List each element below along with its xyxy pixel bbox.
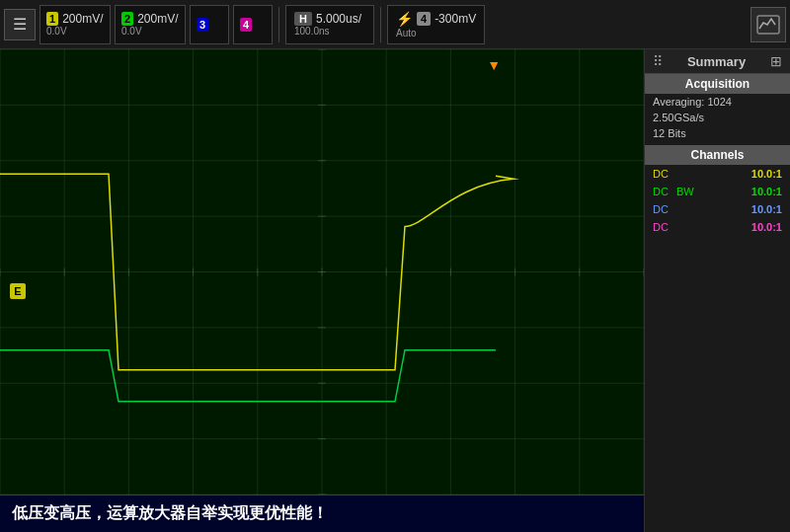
trigger-block[interactable]: ⚡ 4 -300mV Auto [387,5,485,44]
grid-dots-icon: ⠿ [653,53,663,69]
timebase-sub: 100.0ns [294,26,330,37]
caption-bar: 低压变高压，运算放大器自举实现更优性能！ [0,494,644,532]
ch2-number: 2 [121,12,133,26]
ch-row-2-bw: BW [676,186,696,197]
ground-marker: E [10,283,26,299]
ch3-number: 3 [197,18,208,32]
sample-rate-row: 2.50GSa/s [645,110,790,125]
timebase-value: 5.000us/ [316,12,361,26]
ch1-value: 200mV/ [62,12,103,26]
waveform-canvas [0,49,644,532]
channel-4-block[interactable]: 4 [233,5,273,44]
ch-row-3-coupling: DC [653,203,672,215]
trigger-icon: ⚡ [396,11,413,27]
main-area: E ▼ 低压变高压，运算放大器自举实现更优性能！ ⠿ Summary ⊞ Acq… [0,49,790,532]
summary-panel: ⠿ Summary ⊞ Acquisition Averaging: 1024 … [644,49,790,532]
channel-2-block[interactable]: 2 200mV/ 0.0V [115,5,186,44]
ch2-value: 200mV/ [137,12,178,26]
menu-icon[interactable]: ☰ [4,9,36,40]
trigger-position-arrow: ▼ [487,57,501,73]
ch-row-3: DC 10.0:1 [645,200,790,218]
summary-pin-icon[interactable]: ⊞ [770,53,782,69]
trigger-mode: Auto [396,28,417,38]
summary-header: ⠿ Summary ⊞ [645,49,790,74]
ch-row-4-coupling: DC [653,221,672,233]
ch-row-1-value: 10.0:1 [751,168,782,180]
toolbar: ☰ 1 200mV/ 0.0V 2 200mV/ 0.0V 3 4 H 5.00… [0,0,790,49]
timebase-block[interactable]: H 5.000us/ 100.0ns [285,5,374,44]
divider-1 [278,7,279,42]
channels-section-header: Channels [645,145,790,165]
caption-text: 低压变高压，运算放大器自举实现更优性能！ [12,503,328,524]
ch-row-4: DC 10.0:1 [645,218,790,236]
ch-row-2-value: 10.0:1 [751,186,782,197]
divider-2 [380,7,381,42]
acquisition-section-header: Acquisition [645,74,790,94]
svg-rect-0 [757,16,779,34]
ch1-number: 1 [46,12,58,26]
ch-row-2-coupling: DC [653,186,672,197]
channel-1-block[interactable]: 1 200mV/ 0.0V [40,5,111,44]
averaging-row: Averaging: 1024 [645,94,790,110]
channels-section: Channels DC 10.0:1 DC BW 10.0:1 DC 10.0:… [645,145,790,236]
summary-title: Summary [687,54,746,69]
bits-row: 12 Bits [645,125,790,141]
ch-row-3-value: 10.0:1 [751,203,782,215]
scope-display-icon[interactable] [750,7,786,42]
trigger-channel-num: 4 [417,12,431,26]
ch1-offset: 0.0V [46,26,67,37]
ch-row-1-coupling: DC [653,168,672,180]
ch4-number: 4 [240,18,252,32]
channel-3-block[interactable]: 3 [190,5,229,44]
trigger-level: -300mV [434,12,476,26]
ch2-offset: 0.0V [121,26,142,37]
ch-row-1: DC 10.0:1 [645,165,790,183]
timebase-h-label: H [294,12,312,26]
scope-display: E ▼ 低压变高压，运算放大器自举实现更优性能！ [0,49,644,532]
ch-row-2: DC BW 10.0:1 [645,183,790,200]
ch-row-4-value: 10.0:1 [751,221,782,233]
